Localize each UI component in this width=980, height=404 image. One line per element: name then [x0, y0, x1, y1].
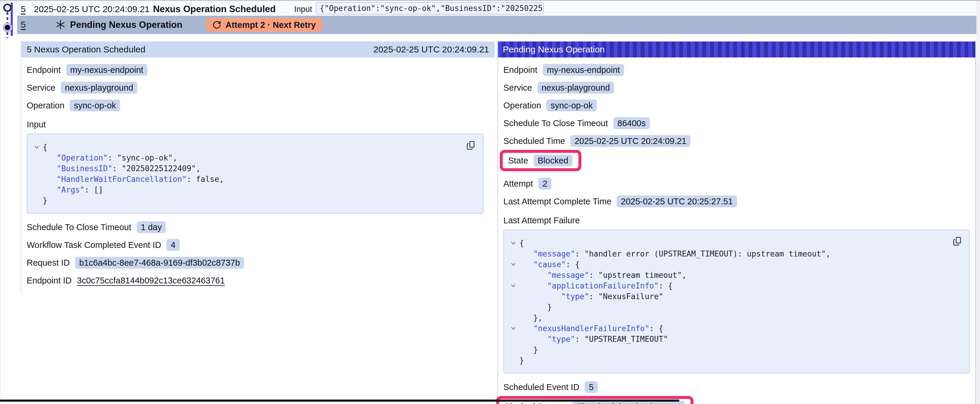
field-value-chip: my-nexus-endpoint: [66, 64, 148, 76]
code-text: {: [519, 238, 524, 249]
input-inline-label: Input: [294, 5, 312, 14]
code-gutter: [507, 355, 519, 366]
copy-icon[interactable]: [465, 140, 476, 151]
event-timestamp: 2025-02-25 UTC 20:24:09.21: [34, 4, 150, 14]
code-line: "type": "NexusFailure": [507, 291, 964, 302]
collapse-chevron-icon[interactable]: [507, 323, 519, 334]
event-id-link[interactable]: 5: [21, 19, 26, 30]
endpoint-id-link[interactable]: 3c0c75ccfa8144b092c13ce632463761: [77, 276, 225, 285]
failure-json-viewer: { "message": "handler error (UPSTREAM_TI…: [503, 230, 970, 374]
pending-operation-panel: Pending Nexus Operation Endpoint my-nexu…: [497, 41, 976, 404]
field-label: Operation: [27, 101, 64, 111]
field-label: Workflow Task Completed Event ID: [27, 240, 161, 250]
event-row-pending[interactable]: 5 Pending Nexus Operation Attempt 2 · Ne…: [17, 16, 977, 34]
field-scheduled-time: Scheduled Time 2025-02-25 UTC 20:24:09.2…: [503, 135, 975, 147]
code-line: "Args": []: [30, 185, 477, 195]
code-text: "HandlerWaitForCancellation": false,: [43, 174, 224, 185]
field-label: Service: [503, 83, 532, 93]
bottom-divider: [0, 399, 679, 402]
field-value-chip: my-nexus-endpoint: [543, 64, 624, 76]
code-line: "HandlerWaitForCancellation": false,: [30, 174, 477, 185]
copy-icon[interactable]: [951, 236, 962, 247]
field-value-chip: nexus-playground: [538, 82, 614, 93]
retry-status-badge: Attempt 2 · Next Retry: [207, 18, 322, 32]
code-gutter: [30, 195, 43, 206]
field-label: Operation: [503, 101, 541, 111]
timeline-open-circle-icon: [3, 3, 11, 12]
scheduled-panel-timestamp: 2025-02-25 UTC 20:24:09.21: [374, 44, 489, 54]
code-text: "Operation": "sync-op-ok",: [43, 152, 177, 163]
collapse-chevron-icon[interactable]: [30, 142, 43, 152]
retry-badge-label: Attempt 2 · Next Retry: [226, 20, 316, 30]
scheduled-panel-title: 5 Nexus Operation Scheduled: [27, 44, 145, 54]
field-label: Schedule To Close Timeout: [27, 222, 131, 232]
field-value-chip: nexus-playground: [61, 82, 138, 93]
field-value-chip: 86400s: [613, 117, 650, 129]
state-value-chip: Blocked: [534, 155, 573, 166]
field-value-chip: 2025-02-25 UTC 20:25:27.51: [617, 195, 737, 208]
field-label: Endpoint: [27, 65, 61, 75]
code-text: "type": "NexusFailure": [519, 291, 663, 302]
field-service: Service nexus-playground: [503, 82, 975, 93]
field-operation: Operation sync-op-ok: [27, 100, 495, 111]
field-attempt: Attempt 2: [503, 178, 975, 190]
code-text: {: [43, 142, 48, 152]
event-name: Nexus Operation Scheduled: [153, 4, 275, 14]
code-gutter: [507, 302, 519, 312]
field-value-chip: 2025-02-25 UTC 20:24:09.21: [570, 135, 690, 147]
field-value-chip: 5: [585, 381, 598, 393]
field-label: Scheduled Time: [503, 136, 565, 146]
field-service: Service nexus-playground: [27, 82, 495, 93]
field-value-chip: sync-op-ok: [546, 100, 597, 111]
code-line: }: [507, 355, 964, 366]
code-gutter: [30, 163, 43, 174]
code-text: "BusinessID": "20250225122409",: [43, 163, 200, 174]
code-line: "type": "UPSTREAM_TIMEOUT": [507, 334, 964, 344]
code-line: }: [507, 302, 964, 312]
failure-section-label: Last Attempt Failure: [503, 215, 975, 225]
page-left-border: [0, 1, 1, 404]
code-text: }: [519, 355, 524, 366]
field-value-chip: 4: [166, 239, 180, 251]
input-preview-chip: {"Operation":"sync-op-ok","BusinessID":"…: [316, 2, 544, 14]
collapse-chevron-icon[interactable]: [507, 280, 519, 291]
timeline-filled-circle-icon: [3, 23, 12, 32]
code-text: "Args": []: [43, 185, 103, 195]
code-text: "type": "UPSTREAM_TIMEOUT": [519, 334, 668, 344]
code-gutter: [30, 152, 43, 163]
code-text: }: [519, 344, 538, 355]
event-name: Pending Nexus Operation: [70, 19, 182, 30]
code-gutter: [507, 334, 519, 344]
field-value-chip: sync-op-ok: [70, 100, 120, 111]
code-gutter: [507, 291, 519, 302]
code-line: }: [507, 344, 964, 355]
collapse-chevron-icon[interactable]: [507, 259, 519, 270]
pending-asterisk-icon: [55, 19, 66, 30]
collapse-chevron-icon[interactable]: [507, 238, 519, 249]
field-label: Endpoint ID: [27, 276, 72, 285]
pending-panel-header: Pending Nexus Operation: [498, 41, 975, 57]
field-label: Attempt: [503, 179, 533, 189]
field-label: Scheduled Event ID: [503, 382, 579, 392]
event-detail-panels: 5 Nexus Operation Scheduled 2025-02-25 U…: [21, 41, 976, 404]
pending-panel-title: Pending Nexus Operation: [503, 44, 605, 54]
field-workflow-task-completed-event-id: Workflow Task Completed Event ID 4: [27, 239, 495, 251]
field-schedule-to-close-timeout: Schedule To Close Timeout 86400s: [503, 117, 975, 129]
field-label: Endpoint: [503, 65, 538, 75]
field-label: Request ID: [27, 258, 70, 268]
field-label: Blocked Reason: [504, 402, 567, 404]
scheduled-event-panel: 5 Nexus Operation Scheduled 2025-02-25 U…: [21, 41, 495, 294]
retry-icon: [212, 21, 221, 29]
field-label: Service: [27, 83, 56, 93]
field-endpoint: Endpoint my-nexus-endpoint: [503, 64, 975, 76]
event-id-link[interactable]: 5: [21, 4, 26, 14]
code-text: "message": "upstream timeout",: [519, 270, 687, 280]
scheduled-panel-header: 5 Nexus Operation Scheduled 2025-02-25 U…: [21, 41, 495, 57]
code-line: "BusinessID": "20250225122409",: [30, 163, 477, 174]
scrollbar-track[interactable]: [976, 1, 980, 404]
code-text: "message": "handler error (UPSTREAM_TIME…: [519, 249, 830, 259]
field-value-chip: b1c6a4bc-8ee7-468a-9169-df3b02c8737b: [75, 257, 244, 269]
event-row-scheduled[interactable]: 5 2025-02-25 UTC 20:24:09.21 Nexus Opera…: [1, 2, 977, 16]
code-text: "cause": {: [519, 259, 580, 270]
field-operation: Operation sync-op-ok: [503, 100, 975, 111]
